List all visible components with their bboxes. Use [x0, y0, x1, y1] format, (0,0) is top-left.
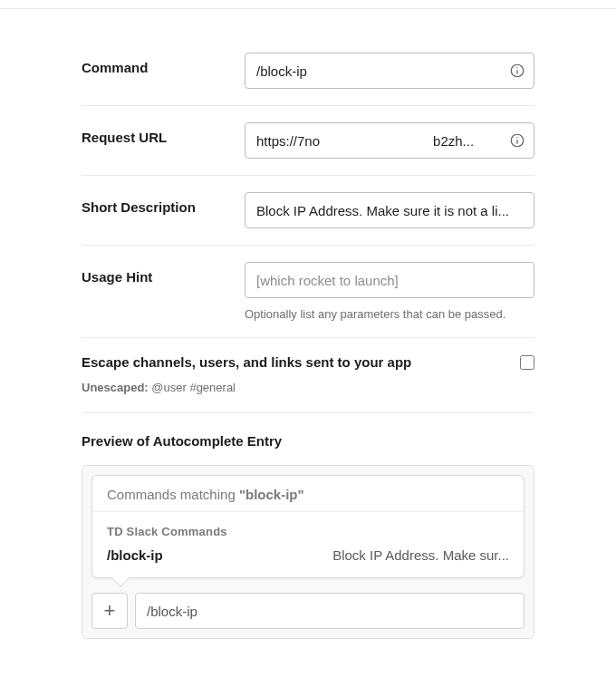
info-icon[interactable]: [509, 63, 525, 79]
label-usage-hint: Usage Hint: [82, 262, 245, 285]
info-icon[interactable]: [509, 132, 525, 149]
label-short-description: Short Description: [82, 192, 245, 215]
label-request-url: Request URL: [82, 122, 245, 145]
request-url-input[interactable]: [245, 122, 534, 159]
tooltip-head: Commands matching "block-ip": [92, 476, 524, 512]
command-input[interactable]: [245, 53, 534, 89]
command-description: Block IP Address. Make sur...: [332, 547, 509, 563]
row-escape: Escape channels, users, and links sent t…: [82, 338, 534, 413]
command-line[interactable]: /block-ip Block IP Address. Make sur...: [107, 547, 509, 563]
plus-icon: +: [104, 599, 116, 623]
svg-point-2: [516, 67, 517, 68]
tooltip-body: TD Slack Commands /block-ip Block IP Add…: [92, 512, 524, 577]
escape-sub-rest: @user #general: [149, 381, 236, 394]
label-escape: Escape channels, users, and links sent t…: [82, 354, 411, 370]
escape-subtext: Unescaped: @user #general: [82, 381, 534, 394]
form-container: Command Request URL: [0, 9, 616, 666]
escape-sub-strong: Unescaped:: [82, 381, 149, 394]
matching-prefix: Commands matching: [107, 487, 239, 502]
add-button[interactable]: +: [91, 593, 128, 629]
preview-box: Commands matching "block-ip" TD Slack Co…: [82, 465, 534, 639]
usage-hint-helper: Optionally list any parameters that can …: [245, 307, 534, 321]
row-request-url: Request URL: [82, 106, 534, 176]
row-command: Command: [82, 36, 534, 106]
matching-query: "block-ip": [239, 487, 304, 502]
escape-checkbox[interactable]: [520, 355, 534, 370]
app-name: TD Slack Commands: [107, 525, 509, 538]
label-command: Command: [82, 53, 245, 75]
preview-title: Preview of Autocomplete Entry: [82, 433, 534, 449]
short-description-input[interactable]: [245, 192, 534, 228]
usage-hint-input[interactable]: [245, 262, 534, 298]
svg-point-5: [516, 137, 517, 138]
compose-row: +: [91, 593, 525, 629]
autocomplete-tooltip: Commands matching "block-ip" TD Slack Co…: [91, 475, 525, 578]
row-short-description: Short Description: [82, 176, 534, 246]
top-divider: [0, 0, 616, 9]
command-name: /block-ip: [107, 547, 163, 563]
compose-input[interactable]: [135, 593, 525, 629]
row-usage-hint: Usage Hint Optionally list any parameter…: [82, 246, 534, 338]
